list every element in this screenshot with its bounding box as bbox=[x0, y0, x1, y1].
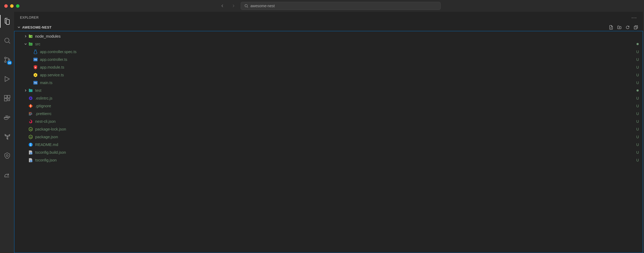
new-folder-button[interactable] bbox=[617, 25, 622, 30]
file-row[interactable]: .eslintrc.jsU bbox=[14, 94, 643, 102]
file-row[interactable]: Aapp.service.tsU bbox=[14, 71, 643, 79]
git-icon bbox=[28, 104, 33, 108]
tree-item-label: package.json bbox=[35, 135, 636, 139]
file-row[interactable]: Aapp.module.tsU bbox=[14, 63, 643, 71]
activity-explorer[interactable] bbox=[0, 15, 14, 28]
twisty-spacer bbox=[23, 150, 28, 155]
search-text: awesome-nest bbox=[251, 4, 275, 8]
explorer-more-button[interactable]: ··· bbox=[631, 15, 637, 21]
titlebar: awesome-nest bbox=[0, 0, 644, 12]
command-center-search[interactable]: awesome-nest bbox=[241, 2, 441, 10]
svg-rect-32 bbox=[31, 113, 32, 113]
svg-point-1 bbox=[5, 38, 9, 42]
git-status-badge: U bbox=[636, 96, 639, 100]
ts-icon: TS bbox=[33, 80, 38, 85]
svg-rect-6 bbox=[4, 96, 7, 98]
activity-search[interactable] bbox=[0, 34, 14, 47]
file-row[interactable]: app.controller.spec.tsU bbox=[14, 48, 643, 56]
tree-item-label: node_modules bbox=[35, 34, 639, 38]
twisty-spacer bbox=[28, 65, 33, 69]
twisty-spacer bbox=[23, 96, 28, 100]
svg-rect-7 bbox=[7, 96, 10, 98]
window-controls bbox=[4, 4, 19, 8]
refresh-button[interactable] bbox=[625, 25, 630, 30]
tree-item-label: .gitignore bbox=[35, 104, 636, 108]
activity-run-debug[interactable] bbox=[0, 73, 14, 85]
file-row[interactable]: .gitignoreU bbox=[14, 102, 643, 110]
explorer-header: EXPLORER ··· bbox=[14, 12, 643, 23]
activity-kubernetes[interactable] bbox=[0, 149, 14, 162]
activity-share[interactable] bbox=[0, 169, 14, 181]
svg-point-15 bbox=[6, 155, 8, 156]
maximize-window-button[interactable] bbox=[16, 4, 19, 8]
file-row[interactable]: README.mdU bbox=[14, 141, 643, 148]
git-status-badge: U bbox=[636, 50, 639, 54]
svg-text:JS: JS bbox=[30, 136, 32, 138]
project-header[interactable]: AWESOME-NEST bbox=[14, 23, 643, 31]
tree-item-label: test bbox=[35, 88, 637, 93]
activity-source-control[interactable]: 16 bbox=[0, 53, 14, 66]
ts-test-icon bbox=[33, 49, 38, 54]
explorer-title: EXPLORER bbox=[20, 16, 39, 19]
svg-text:TS: TS bbox=[30, 152, 32, 154]
tree-item-label: README.md bbox=[35, 143, 636, 147]
tree-item-label: tsconfig.json bbox=[35, 158, 636, 162]
scm-badge: 16 bbox=[7, 61, 12, 65]
git-status-badge: U bbox=[636, 104, 639, 108]
twisty-spacer bbox=[23, 135, 28, 139]
file-tree[interactable]: node_modules</>srcapp.controller.spec.ts… bbox=[14, 31, 643, 253]
file-row[interactable]: TStsconfig.build.jsonU bbox=[14, 148, 643, 156]
new-file-button[interactable] bbox=[609, 25, 613, 30]
folder-row[interactable]: </>src bbox=[14, 40, 643, 48]
twisty-spacer bbox=[28, 50, 33, 54]
nav-back-button[interactable] bbox=[220, 3, 225, 8]
svg-rect-31 bbox=[29, 113, 30, 113]
svg-rect-14 bbox=[7, 116, 8, 117]
twisty-spacer bbox=[23, 104, 28, 108]
twisty-spacer bbox=[28, 81, 33, 85]
search-icon bbox=[244, 4, 248, 8]
file-row[interactable]: TStsconfig.jsonU bbox=[14, 156, 643, 164]
activity-terraform[interactable] bbox=[0, 130, 14, 143]
twisty-spacer bbox=[23, 119, 28, 124]
tsconfig-icon: TS bbox=[28, 158, 33, 163]
twisty-spacer bbox=[23, 143, 28, 147]
file-row[interactable]: .prettierrcU bbox=[14, 110, 643, 117]
angular-icon: A bbox=[33, 65, 38, 70]
folder-row[interactable]: test bbox=[14, 86, 643, 94]
file-row[interactable]: TSapp.controller.tsU bbox=[14, 56, 643, 63]
hex-icon: A bbox=[33, 73, 38, 77]
explorer-panel: EXPLORER ··· AWESOME-NEST node_modules</… bbox=[14, 12, 643, 253]
file-row[interactable]: TSmain.tsU bbox=[14, 79, 643, 86]
activity-bar: 16 bbox=[0, 12, 14, 253]
git-status-badge: U bbox=[636, 143, 639, 147]
folder-row[interactable]: node_modules bbox=[14, 32, 643, 40]
git-status-badge: U bbox=[636, 150, 639, 155]
git-status-badge: U bbox=[636, 112, 639, 116]
tree-item-label: app.controller.ts bbox=[40, 57, 636, 62]
tree-item-label: app.service.ts bbox=[40, 73, 636, 77]
close-window-button[interactable] bbox=[4, 4, 8, 8]
git-status-badge: U bbox=[636, 73, 639, 77]
svg-rect-30 bbox=[29, 112, 31, 113]
tsconfig-icon: TS bbox=[28, 150, 33, 155]
svg-text:TS: TS bbox=[34, 58, 37, 61]
svg-text:</>: </> bbox=[29, 43, 32, 45]
tree-item-label: .eslintrc.js bbox=[35, 96, 636, 100]
svg-rect-33 bbox=[29, 114, 32, 114]
svg-point-3 bbox=[5, 61, 6, 62]
activity-extensions[interactable] bbox=[0, 92, 14, 105]
folder-node-icon bbox=[28, 34, 33, 39]
git-status-badge: U bbox=[636, 65, 639, 69]
file-row[interactable]: nest-cli.jsonU bbox=[14, 117, 643, 125]
node-icon: JS bbox=[28, 135, 33, 139]
git-status-badge: U bbox=[636, 57, 639, 62]
minimize-window-button[interactable] bbox=[10, 4, 14, 8]
eslint-icon bbox=[28, 96, 33, 101]
file-row[interactable]: JSpackage-lock.jsonU bbox=[14, 125, 643, 133]
collapse-all-button[interactable] bbox=[634, 25, 638, 30]
activity-docker[interactable] bbox=[0, 111, 14, 124]
svg-text:TS: TS bbox=[34, 82, 37, 84]
nav-forward-button[interactable] bbox=[231, 3, 236, 8]
file-row[interactable]: JSpackage.jsonU bbox=[14, 133, 643, 141]
